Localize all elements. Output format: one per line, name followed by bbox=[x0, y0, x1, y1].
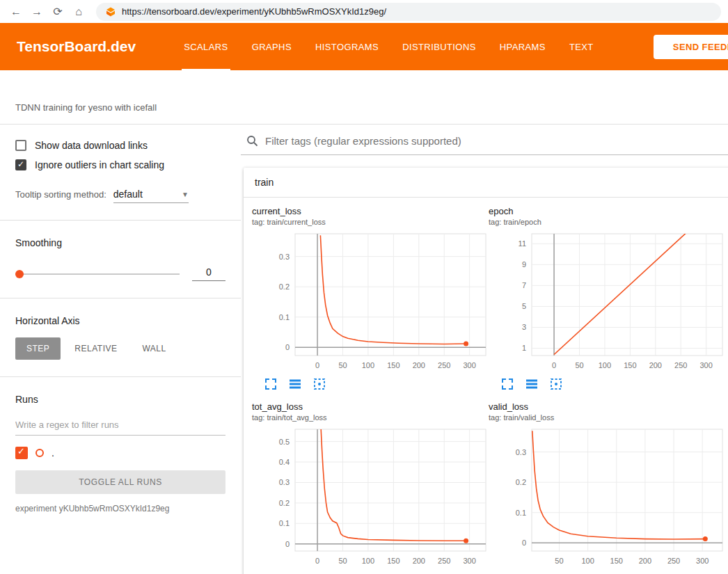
tooltip-sorting-value: default bbox=[113, 189, 143, 200]
show-download-links-label: Show data download links bbox=[35, 140, 148, 151]
tab-distributions[interactable]: DISTRIBUTIONS bbox=[390, 23, 488, 70]
expand-chart-icon[interactable] bbox=[501, 378, 514, 390]
svg-text:200: 200 bbox=[649, 361, 662, 369]
line-chart[interactable]: 05010015020025030000.10.20.30.40.5 bbox=[252, 427, 489, 568]
browser-toolbar: ← → ⟳ ⌂ https://tensorboard.dev/experime… bbox=[0, 0, 728, 23]
experiment-title: TDNN training for yesno with icefall bbox=[0, 70, 728, 125]
svg-text:200: 200 bbox=[413, 361, 425, 369]
app-logo: TensorBoard.dev bbox=[17, 38, 136, 55]
axis-relative-button[interactable]: RELATIVE bbox=[63, 337, 128, 360]
svg-text:50: 50 bbox=[338, 557, 347, 565]
svg-text:300: 300 bbox=[700, 361, 713, 369]
svg-text:50: 50 bbox=[338, 361, 347, 369]
tag-filter-row bbox=[241, 125, 728, 155]
tab-histograms[interactable]: HISTOGRAMS bbox=[303, 23, 390, 70]
svg-text:0: 0 bbox=[552, 361, 556, 369]
svg-text:5: 5 bbox=[522, 302, 526, 310]
address-bar[interactable]: https://tensorboard.dev/experiment/yKUbh… bbox=[96, 3, 721, 21]
line-chart[interactable]: 5010015020025030000.10.20.3 bbox=[489, 427, 725, 568]
horizontal-axis-buttons: STEP RELATIVE WALL bbox=[15, 337, 225, 360]
svg-text:250: 250 bbox=[438, 557, 450, 565]
runs-filter-input[interactable] bbox=[15, 415, 225, 436]
runs-selector-icon[interactable] bbox=[289, 378, 301, 390]
runs-selector-icon[interactable] bbox=[525, 378, 538, 390]
divider bbox=[0, 220, 241, 221]
svg-text:1: 1 bbox=[522, 344, 526, 352]
send-feedback-button[interactable]: SEND FEEDBACK bbox=[654, 35, 728, 59]
search-icon bbox=[246, 135, 258, 147]
chart-tools bbox=[489, 378, 725, 390]
ignore-outliers-checkbox[interactable] bbox=[15, 159, 26, 170]
axis-wall-button[interactable]: WALL bbox=[131, 337, 177, 360]
smoothing-slider-thumb[interactable] bbox=[15, 270, 24, 278]
svg-text:50: 50 bbox=[575, 361, 583, 369]
runs-label: Runs bbox=[15, 394, 225, 405]
axis-step-button[interactable]: STEP bbox=[15, 337, 61, 360]
svg-text:0.3: 0.3 bbox=[516, 448, 526, 456]
svg-text:150: 150 bbox=[387, 361, 399, 369]
tag-filter-input[interactable] bbox=[265, 135, 728, 147]
toggle-all-runs-button[interactable]: TOGGLE ALL RUNS bbox=[15, 470, 225, 494]
forward-icon[interactable]: → bbox=[28, 3, 46, 21]
svg-text:100: 100 bbox=[599, 361, 611, 369]
svg-text:100: 100 bbox=[362, 557, 374, 565]
svg-text:150: 150 bbox=[624, 361, 636, 369]
run-row: . bbox=[15, 447, 225, 459]
line-chart[interactable]: 05010015020025030000.10.20.3 bbox=[252, 232, 489, 372]
svg-text:0.1: 0.1 bbox=[279, 313, 290, 321]
svg-text:9: 9 bbox=[522, 260, 526, 269]
svg-text:11: 11 bbox=[519, 239, 526, 248]
back-icon[interactable]: ← bbox=[7, 3, 25, 21]
app-header: TensorBoard.dev SCALARS GRAPHS HISTOGRAM… bbox=[0, 23, 728, 70]
fit-domain-icon[interactable] bbox=[550, 378, 562, 390]
tab-graphs[interactable]: GRAPHS bbox=[240, 23, 303, 70]
chart-title: epoch bbox=[489, 206, 725, 216]
tooltip-sorting-select[interactable]: default ▼ bbox=[113, 189, 189, 203]
svg-text:0: 0 bbox=[315, 557, 319, 565]
svg-text:0.2: 0.2 bbox=[516, 478, 526, 486]
divider bbox=[0, 376, 241, 377]
settings-sidebar: Show data download links Ignore outliers… bbox=[0, 125, 241, 574]
smoothing-slider-row: 0 bbox=[15, 266, 225, 281]
url-text: https://tensorboard.dev/experiment/yKUbh… bbox=[122, 6, 386, 17]
fit-domain-icon[interactable] bbox=[313, 378, 326, 390]
chart-tot-avg-loss: tot_avg_loss tag: train/tot_avg_loss 050… bbox=[252, 401, 489, 574]
svg-text:300: 300 bbox=[464, 557, 476, 565]
tab-scalars[interactable]: SCALARS bbox=[172, 23, 240, 70]
svg-text:250: 250 bbox=[667, 557, 680, 565]
show-download-links-checkbox[interactable] bbox=[15, 140, 26, 151]
run-color-indicator bbox=[35, 449, 44, 457]
svg-text:250: 250 bbox=[674, 361, 687, 369]
chart-tools bbox=[252, 378, 489, 390]
home-icon[interactable]: ⌂ bbox=[70, 3, 88, 21]
chart-tag: tag: train/tot_avg_loss bbox=[252, 413, 489, 422]
experiment-caption: experiment yKUbhb5wRmOSXYkId1z9eg bbox=[15, 504, 225, 513]
tab-text[interactable]: TEXT bbox=[557, 23, 606, 70]
tag-group-header[interactable]: train bbox=[244, 168, 728, 198]
divider bbox=[0, 298, 241, 298]
smoothing-value-field[interactable]: 0 bbox=[192, 266, 225, 281]
line-chart[interactable]: 0501001502002503001357911 bbox=[489, 232, 725, 372]
chart-valid-loss: valid_loss tag: train/valid_loss 5010015… bbox=[489, 401, 725, 574]
svg-text:3: 3 bbox=[522, 323, 526, 331]
run-checkbox[interactable] bbox=[15, 447, 28, 459]
svg-text:50: 50 bbox=[555, 557, 563, 565]
caret-down-icon: ▼ bbox=[182, 191, 189, 198]
tab-hparams[interactable]: HPARAMS bbox=[488, 23, 557, 70]
svg-text:0: 0 bbox=[285, 540, 290, 548]
svg-text:0.5: 0.5 bbox=[279, 438, 290, 446]
svg-text:0.1: 0.1 bbox=[279, 519, 290, 527]
tag-group-card: train current_loss tag: train/current_lo… bbox=[244, 168, 728, 574]
reload-icon[interactable]: ⟳ bbox=[49, 3, 67, 21]
chart-epoch: epoch tag: train/epoch 05010015020025030… bbox=[489, 206, 725, 390]
svg-text:0: 0 bbox=[522, 539, 526, 547]
chart-title: valid_loss bbox=[489, 401, 725, 412]
smoothing-slider[interactable] bbox=[15, 273, 180, 275]
svg-text:0: 0 bbox=[285, 343, 290, 351]
svg-text:0.2: 0.2 bbox=[279, 499, 290, 507]
tensorboard-favicon bbox=[106, 7, 116, 17]
expand-chart-icon[interactable] bbox=[264, 378, 277, 390]
svg-text:200: 200 bbox=[639, 557, 651, 565]
svg-text:7: 7 bbox=[522, 281, 526, 289]
smoothing-label: Smoothing bbox=[15, 237, 225, 248]
